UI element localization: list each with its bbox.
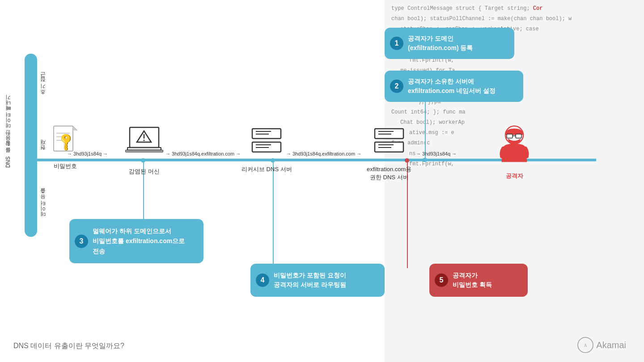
- svg-rect-26: [516, 134, 521, 138]
- svg-text:A: A: [584, 343, 588, 348]
- callout-1: 1 공격자가 도메인(exfiltration.com) 등록: [385, 28, 514, 59]
- callout-5: 5 공격자가비밀번호 획득: [429, 264, 528, 297]
- attacker-label: 공격자: [506, 172, 523, 180]
- connector-2-to-auth: [425, 101, 426, 159]
- svg-point-9: [144, 140, 145, 141]
- callout-3-number: 3: [75, 235, 88, 248]
- arrow-label-2: → 3hd93j1s84q.exfiltration.com →: [165, 151, 241, 156]
- svg-rect-11: [125, 150, 163, 152]
- node-auth-dns: exfiltration.com용권한 DNS 서버: [367, 125, 411, 181]
- callout-5-number: 5: [435, 274, 448, 287]
- label-initial-access: 초기 접근: [39, 75, 47, 98]
- connector-4-up: [273, 161, 274, 268]
- label-dns: DNS를 활용한 데이터 빼내기: [4, 98, 12, 168]
- akamai-text: Akamai: [596, 340, 626, 350]
- akamai-logo: A Akamai: [577, 337, 626, 353]
- callout-2-text: 공격자가 소유한 서버에exfiltration.com 네임서버 설정: [408, 77, 514, 96]
- recursive-dns-label: 리커시브 DNS 서버: [242, 165, 292, 173]
- auth-dns-label: exfiltration.com용권한 DNS 서버: [367, 165, 411, 181]
- callout-1-number: 1: [390, 37, 403, 50]
- label-exfiltration: 데이터 유출: [39, 192, 47, 220]
- callout-1-text: 공격자가 도메인(exfiltration.com) 등록: [408, 34, 505, 53]
- callout-5-text: 공격자가비밀번호 획득: [453, 271, 519, 290]
- bottom-text: DNS 데이터 유출이란 무엇일까요?: [13, 341, 124, 351]
- node-infected-machine: 감염된 머신: [125, 125, 163, 176]
- callout-2-number: 2: [390, 80, 403, 93]
- callout-4-number: 4: [256, 274, 269, 287]
- arrow-label-4: → 3hd93j1s84q →: [416, 151, 457, 156]
- callout-3: 3 멀웨어가 하위 도메인으로서비밀번호를 exfiltration.com으로…: [69, 219, 203, 263]
- node-recursive-dns: 리커시브 DNS 서버: [242, 125, 292, 173]
- svg-rect-25: [507, 134, 513, 138]
- callout-3-text: 멀웨어가 하위 도메인으로서비밀번호를 exfiltration.com으로전송: [93, 226, 195, 256]
- arrow-label-3: → 3hd93j1s84q.exfiltration.com →: [286, 151, 361, 156]
- node-attacker: 공격자: [496, 125, 532, 180]
- callout-2: 2 공격자가 소유한 서버에exfiltration.com 네임서버 설정: [385, 71, 523, 102]
- infected-label: 감염된 머신: [129, 168, 160, 176]
- callout-4-text: 비밀번호가 포함된 요청이공격자의 서버로 라우팅됨: [274, 271, 376, 290]
- connector-dot-auth: [423, 158, 427, 162]
- callout-4: 4 비밀번호가 포함된 요청이공격자의 서버로 라우팅됨: [250, 264, 385, 297]
- label-current: 현재: [39, 143, 47, 154]
- password-label: 비밀번호: [54, 162, 77, 170]
- svg-rect-10: [127, 147, 161, 150]
- main-diagram: DNS를 활용한 데이터 빼내기 초기 접근 현재 데이터 유출 → 3hd93…: [0, 0, 644, 362]
- node-password: 🔑 비밀번호: [53, 125, 77, 170]
- left-vertical-bar: [25, 54, 37, 237]
